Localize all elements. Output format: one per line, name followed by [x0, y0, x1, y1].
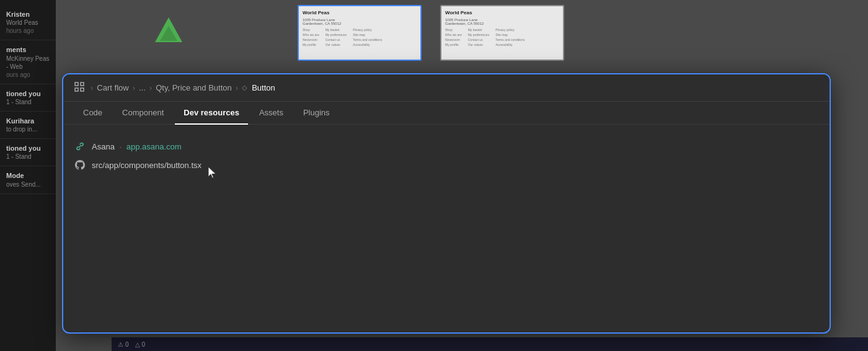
sidebar-item-3[interactable]: Kurihara to drop in...: [0, 112, 56, 139]
dev-panel-modal: › Cart flow › ... › Qty, Price and Butto…: [62, 73, 831, 334]
tab-component[interactable]: Component: [113, 102, 172, 125]
design-card-0: World Peas 1005 Produce LaneGardentown, …: [298, 5, 422, 61]
sidebar-item-2[interactable]: tioned you 1 - Stand: [0, 84, 56, 112]
svg-rect-3: [81, 82, 84, 86]
tab-dev-resources[interactable]: Dev resources: [175, 102, 248, 125]
frames-icon: [74, 82, 84, 94]
breadcrumb-sep-1: ›: [133, 83, 135, 92]
github-link-label: src/app/components/button.tsx: [92, 161, 202, 170]
status-errors: △ 0: [135, 341, 146, 348]
breadcrumb-sep-0: ›: [91, 83, 93, 92]
svg-rect-2: [75, 82, 78, 86]
dev-resources-content: Asana · app.asana.com src/app/components…: [63, 125, 830, 332]
svg-rect-5: [81, 88, 84, 91]
design-preview-area: World Peas 1005 Produce LaneGardentown, …: [298, 5, 564, 61]
sidebar: Kristen World Peas hours ago ments McKin…: [0, 0, 56, 351]
sidebar-item-4[interactable]: tioned you 1 - Stand: [0, 139, 56, 166]
breadcrumb-ellipsis[interactable]: ...: [139, 83, 146, 92]
tab-assets[interactable]: Assets: [250, 102, 292, 125]
breadcrumb-button[interactable]: Button: [252, 83, 275, 92]
breadcrumb-qty-price[interactable]: Qty, Price and Button: [156, 83, 232, 92]
sidebar-item-1[interactable]: ments McKinney Peas - Web ours ago: [0, 40, 56, 84]
svg-rect-4: [75, 88, 78, 91]
breadcrumb: › Cart flow › ... › Qty, Price and Butto…: [63, 74, 830, 102]
asana-link-item[interactable]: Asana · app.asana.com: [74, 137, 818, 156]
error-icon: △: [135, 341, 140, 348]
app-logo: [155, 17, 182, 51]
breadcrumb-cart-flow[interactable]: Cart flow: [97, 83, 128, 92]
breadcrumb-sep-2: ›: [149, 83, 152, 92]
github-link-item[interactable]: src/app/components/button.tsx: [74, 156, 818, 174]
tab-plugins[interactable]: Plugins: [294, 102, 339, 125]
error-count: 0: [142, 341, 146, 348]
asana-link-label: Asana · app.asana.com: [92, 142, 182, 151]
design-card-1: World Peas 1005 Produce LaneGardentown, …: [440, 5, 564, 61]
sidebar-item-5[interactable]: Mode oves Send...: [0, 166, 56, 193]
breadcrumb-sep-3: ›: [236, 83, 238, 92]
status-warnings: ⚠ 0: [118, 341, 129, 348]
sidebar-item-0[interactable]: Kristen World Peas hours ago: [0, 5, 56, 40]
tabs-bar: Code Component Dev resources Assets Plug…: [63, 102, 830, 125]
warning-count: 0: [125, 341, 129, 348]
link-chain-icon: [74, 141, 86, 152]
diamond-icon: ◇: [242, 84, 247, 92]
tab-code[interactable]: Code: [74, 102, 111, 125]
status-bar: ⚠ 0 △ 0: [112, 337, 868, 351]
warning-icon: ⚠: [118, 341, 123, 348]
github-icon: [74, 159, 86, 171]
